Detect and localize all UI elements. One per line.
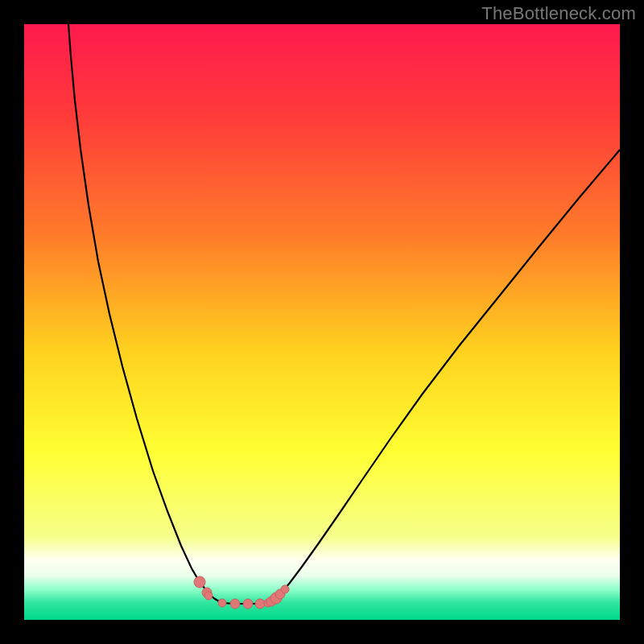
plot-svg <box>24 24 620 620</box>
marker-point <box>204 592 213 600</box>
marker-point <box>230 599 240 609</box>
marker-point <box>281 585 289 593</box>
marker-point <box>218 599 226 607</box>
watermark-text: TheBottleneck.com <box>481 3 636 24</box>
plot-area <box>24 24 620 620</box>
marker-point <box>255 599 265 609</box>
marker-point <box>194 576 205 588</box>
chart-frame: TheBottleneck.com <box>0 0 644 644</box>
gradient-background <box>24 24 620 620</box>
marker-point <box>243 599 253 609</box>
